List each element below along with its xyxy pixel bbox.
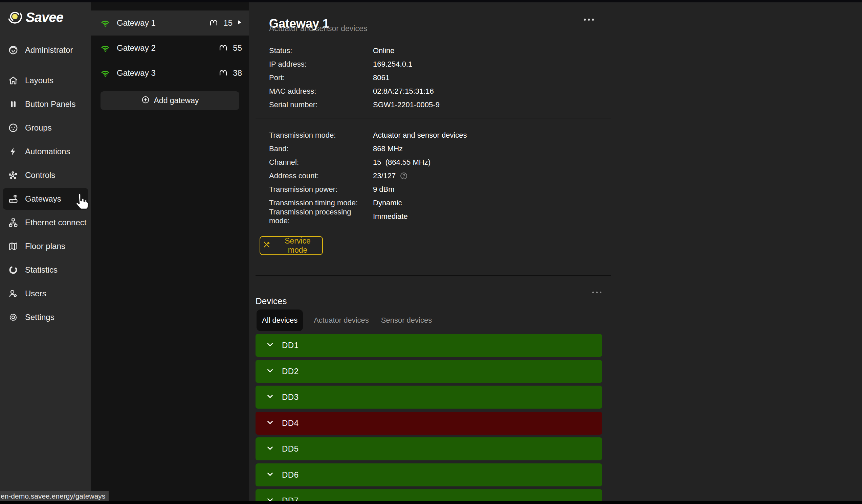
status-value: Online (373, 47, 395, 55)
add-gateway-label: Add gateway (154, 96, 199, 105)
donut-chart-icon (8, 265, 18, 275)
sidebar-item-layouts[interactable]: Layouts (3, 70, 88, 91)
tab-actuator-devices[interactable]: Actuator devices (308, 316, 375, 325)
device-row-dd3[interactable]: DD3 (256, 386, 602, 409)
gateway-name: Gateway 1 (117, 18, 156, 28)
window-top-edge (0, 0, 862, 2)
brand-logo: Savee (7, 9, 63, 26)
sidebar-item-label: Button Panels (25, 100, 76, 109)
sidebar-item-floor-plans[interactable]: Floor plans (3, 236, 88, 257)
device-row-dd6[interactable]: DD6 (256, 463, 602, 487)
service-mode-button[interactable]: Service mode (260, 236, 323, 255)
info-row: Serial number: SGW1-2201-0005-9 (269, 98, 440, 111)
help-icon[interactable] (400, 172, 408, 180)
button-panels-icon (8, 99, 18, 109)
device-count-icon (209, 17, 219, 28)
devices-tabs: All devices Actuator devices Sensor devi… (257, 309, 438, 331)
sidebar-item-users[interactable]: Users (3, 283, 88, 304)
gateway-device-count: 15 (223, 18, 233, 28)
service-mode-label: Service mode (275, 236, 320, 255)
sidebar-item-statistics[interactable]: Statistics (3, 259, 88, 281)
status-url-tooltip: en-demo.savee.energy/gateways (0, 491, 109, 501)
chevron-right-icon (237, 19, 242, 27)
plus-circle-icon (141, 95, 150, 106)
gateway-name: Gateway 2 (117, 43, 156, 53)
chevron-down-icon (266, 340, 274, 350)
gateway-device-count: 38 (233, 68, 242, 78)
sidebar-item-label: Groups (25, 123, 52, 133)
info-row: Port: 8061 (269, 71, 390, 84)
device-row-dd5[interactable]: DD5 (256, 437, 602, 460)
chevron-down-icon (266, 392, 274, 402)
chevron-down-icon (266, 366, 274, 376)
savee-logo-icon (7, 9, 23, 26)
gateway-options-menu-button[interactable] (584, 18, 594, 21)
user-gear-icon (8, 289, 18, 299)
tab-sensor-devices[interactable]: Sensor devices (375, 316, 438, 325)
gateway-detail-panel: Gateway 1 Actuator and sensor devices St… (249, 2, 862, 504)
sidebar-item-label: Administrator (25, 45, 73, 55)
window-bottom-edge (0, 501, 862, 504)
info-row: Transmission processing mode: Immediate (269, 210, 408, 223)
sidebar-item-automations[interactable]: Automations (3, 141, 88, 162)
groups-icon (8, 123, 18, 133)
chevron-down-icon (266, 444, 274, 454)
page-subtitle: Actuator and sensor devices (269, 24, 367, 33)
gateway-list-item-1[interactable]: Gateway 1 15 (91, 11, 249, 36)
wifi-icon (100, 17, 111, 29)
sidebar-item-label: Users (25, 289, 47, 299)
sidebar-item-gateways[interactable]: Gateways (3, 188, 88, 210)
sidebar-item-label: Statistics (25, 265, 57, 275)
router-icon (8, 194, 18, 204)
info-row: IP address: 169.254.0.1 (269, 57, 412, 71)
info-row: Address count: 23/127 (269, 169, 408, 183)
gateway-device-count: 55 (233, 43, 242, 53)
brand-name: Savee (26, 10, 63, 25)
sidebar-item-administrator[interactable]: Administrator (3, 39, 88, 61)
info-row: Band: 868 MHz (269, 142, 403, 156)
lightning-icon (8, 146, 18, 157)
device-row-dd1[interactable]: DD1 (256, 334, 602, 357)
home-icon (8, 76, 18, 85)
devices-options-menu-button[interactable] (592, 292, 601, 293)
sidebar-item-label: Automations (25, 147, 70, 156)
sidebar-item-button-panels[interactable]: Button Panels (3, 93, 88, 115)
network-tree-icon (8, 217, 18, 228)
add-gateway-button[interactable]: Add gateway (101, 91, 239, 110)
sidebar: Savee Administrator Layouts Button Panel… (0, 2, 91, 504)
section-divider (256, 118, 611, 118)
gateway-list-item-2[interactable]: Gateway 2 55 (91, 36, 249, 61)
device-count-icon (219, 43, 228, 53)
administrator-icon (8, 45, 18, 55)
sidebar-item-label: Ethernet connect (25, 218, 86, 227)
sidebar-item-label: Gateways (25, 194, 61, 204)
chevron-down-icon (266, 418, 274, 428)
device-row-dd4[interactable]: DD4 (256, 412, 602, 435)
controls-molecule-icon (8, 170, 18, 180)
chevron-down-icon (266, 470, 274, 480)
info-row: Transmission power: 9 dBm (269, 183, 395, 196)
tools-icon (262, 240, 271, 251)
info-row: MAC address: 02:8A:27:15:31:16 (269, 84, 434, 98)
wifi-icon (100, 67, 111, 79)
gateway-list-item-3[interactable]: Gateway 3 38 (91, 61, 249, 85)
devices-heading: Devices (256, 296, 287, 306)
sidebar-item-label: Controls (25, 171, 55, 180)
map-icon (8, 241, 18, 251)
sidebar-item-groups[interactable]: Groups (3, 117, 88, 139)
info-row: Status: Online (269, 44, 395, 57)
info-row: Channel: 15 (864.55 MHz) (269, 156, 431, 169)
device-row-dd2[interactable]: DD2 (256, 360, 602, 383)
sidebar-item-label: Settings (25, 313, 54, 322)
app-window: Savee Administrator Layouts Button Panel… (0, 0, 862, 504)
sidebar-item-controls[interactable]: Controls (3, 164, 88, 186)
device-count-icon (219, 68, 228, 79)
sidebar-item-label: Layouts (25, 76, 53, 85)
sidebar-item-label: Floor plans (25, 241, 65, 251)
tab-all-devices[interactable]: All devices (257, 309, 303, 331)
section-divider (256, 275, 611, 276)
sidebar-item-ethernet-connect[interactable]: Ethernet connect (3, 212, 88, 234)
gateway-list-panel: Gateway 1 15 Gateway 2 (91, 2, 249, 504)
sidebar-item-settings[interactable]: Settings (3, 306, 88, 328)
wifi-icon (100, 42, 111, 54)
